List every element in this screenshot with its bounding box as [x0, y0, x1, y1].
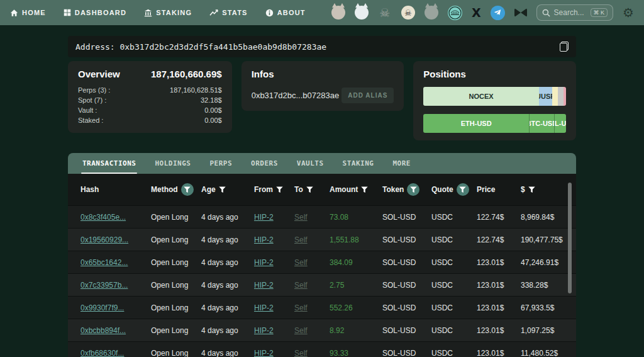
bank-icon [144, 9, 152, 17]
tab-vaults[interactable]: VAULTS [287, 153, 333, 174]
tab-transactions[interactable]: TRANSACTIONS [73, 153, 145, 174]
cat-avatar-icon[interactable] [331, 6, 345, 20]
filter-icon-method[interactable] [181, 183, 194, 196]
bridge-icon[interactable] [448, 6, 462, 20]
from-cell: HIP-2 [254, 235, 294, 244]
age-cell: 4 days ago [201, 326, 254, 335]
age-value: 4 days ago [201, 258, 238, 267]
to-link[interactable]: Self [294, 213, 308, 222]
tab-more[interactable]: MORE [383, 153, 420, 174]
filter-icon-usd[interactable] [528, 186, 535, 193]
nav-item-stats[interactable]: STATS [209, 9, 247, 16]
hash-link[interactable]: 0x19560929... [80, 235, 128, 244]
usd-value: 67,933.5$ [521, 303, 554, 312]
nav-item-label: ABOUT [277, 9, 306, 16]
position-segment[interactable]: ETH-USD [423, 114, 529, 133]
robot-cat-avatar-icon[interactable] [425, 6, 438, 20]
from-link[interactable]: HIP-2 [254, 235, 274, 244]
overview-rows: Perps (3) :187,160,628.51$Spot (7) :32.1… [78, 85, 222, 125]
white-cat-avatar-icon[interactable] [355, 6, 369, 20]
from-link[interactable]: HIP-2 [254, 281, 274, 290]
position-segment[interactable] [558, 87, 564, 106]
overview-card: Overview 187,160,660.69$ Perps (3) :187,… [68, 61, 232, 133]
filter-icon-token[interactable] [407, 183, 419, 196]
overview-row-label: Perps (3) : [78, 85, 110, 95]
filter-icon-age[interactable] [219, 186, 226, 193]
telegram-icon[interactable] [491, 6, 505, 20]
search-input[interactable] [554, 8, 587, 17]
filter-icon-to[interactable] [306, 186, 313, 193]
from-link[interactable]: HIP-2 [254, 303, 274, 312]
hash-cell: 0x8c3f405e... [80, 213, 151, 222]
tab-orders[interactable]: ORDERS [242, 153, 287, 174]
settings-gear-icon[interactable]: ⚙ [623, 6, 634, 19]
hash-link[interactable]: 0xbcbb894f... [80, 326, 126, 335]
age-cell: 4 days ago [201, 281, 254, 290]
table-body: 0x8c3f405e...Open Long4 days agoHIP-2Sel… [68, 205, 576, 357]
amount-cell: 73.08 [330, 213, 382, 222]
price-value: 123.01$ [477, 349, 504, 357]
to-link[interactable]: Self [294, 258, 308, 267]
quote-value: USDC [431, 235, 453, 244]
hash-cell: 0x9930f7f9... [80, 303, 151, 312]
nav-item-dashboard[interactable]: DASHBOARD [64, 9, 126, 16]
position-segment[interactable] [564, 87, 566, 106]
usd-cell: 67,933.5$ [521, 303, 564, 312]
bowtie-logo-icon[interactable] [514, 8, 527, 17]
hash-link[interactable]: 0x65bc1642... [80, 258, 128, 267]
copy-address-icon[interactable] [560, 42, 569, 52]
quote-cell: USDC [431, 281, 477, 290]
filter-icon-from[interactable] [276, 186, 283, 193]
to-link[interactable]: Self [294, 326, 308, 335]
nav-item-label: DASHBOARD [75, 9, 126, 16]
hash-link[interactable]: 0x7c33957b... [80, 281, 128, 290]
hash-link[interactable]: 0x9930f7f9... [80, 303, 124, 312]
to-link[interactable]: Self [294, 235, 308, 244]
to-link[interactable]: Self [294, 281, 308, 290]
tab-holdings[interactable]: HOLDINGS [145, 153, 200, 174]
from-cell: HIP-2 [254, 281, 294, 290]
tab-perps[interactable]: PERPS [200, 153, 242, 174]
table-row: 0xbcbb894f...Open Long4 days agoHIP-2Sel… [68, 319, 576, 341]
nav-item-home[interactable]: HOME [10, 9, 46, 17]
age-value: 4 days ago [201, 213, 238, 222]
position-segment[interactable]: NOCEX [423, 87, 539, 106]
from-link[interactable]: HIP-2 [254, 349, 274, 357]
from-link[interactable]: HIP-2 [254, 258, 274, 267]
method-cell: Open Long [151, 349, 201, 357]
position-segment[interactable] [552, 87, 558, 106]
add-alias-button[interactable]: ADD ALIAS [341, 88, 394, 103]
column-header-token: Token [382, 183, 431, 196]
token-value: SOL-USD [382, 303, 416, 312]
search-box[interactable]: ⌘ K [536, 4, 614, 21]
nav-menu: HOMEDASHBOARDSTAKINGSTATSABOUT [10, 9, 306, 17]
from-link[interactable]: HIP-2 [254, 326, 274, 335]
filter-icon-amount[interactable] [361, 186, 368, 193]
hash-link[interactable]: 0xfb68630f... [80, 349, 124, 357]
from-link[interactable]: HIP-2 [254, 213, 274, 222]
token-value: SOL-USD [382, 349, 416, 357]
position-bars: NOCEXUUSPETH-USDBTC-USDSOL-USD [423, 87, 566, 133]
skull-badge-avatar-icon[interactable]: ☠ [401, 6, 415, 20]
nav-item-staking[interactable]: STAKING [144, 9, 192, 17]
filter-icon-quote[interactable] [457, 183, 469, 196]
table-scrollbar[interactable] [568, 183, 572, 293]
age-cell: 4 days ago [201, 213, 254, 222]
skull-avatar-icon[interactable]: ☠ [378, 6, 392, 20]
nav-item-about[interactable]: ABOUT [265, 9, 306, 17]
to-link[interactable]: Self [294, 349, 308, 357]
price-cell: 123.01$ [477, 303, 521, 312]
quote-value: USDC [431, 303, 453, 312]
table-row: 0x65bc1642...Open Long4 days agoHIP-2Sel… [68, 251, 576, 273]
quote-cell: USDC [431, 303, 477, 312]
hash-link[interactable]: 0x8c3f405e... [80, 213, 126, 222]
position-segment[interactable]: UUSP [539, 87, 552, 106]
x-twitter-icon[interactable]: X [472, 7, 481, 19]
usd-value: 1,097.25$ [521, 326, 554, 335]
usd-value: 8,969.84$ [521, 213, 554, 222]
position-segment[interactable]: SOL-USD [554, 114, 566, 133]
to-link[interactable]: Self [294, 303, 308, 312]
to-cell: Self [294, 281, 330, 290]
tab-staking[interactable]: STAKING [333, 153, 384, 174]
position-segment[interactable]: BTC-USD [529, 114, 554, 133]
